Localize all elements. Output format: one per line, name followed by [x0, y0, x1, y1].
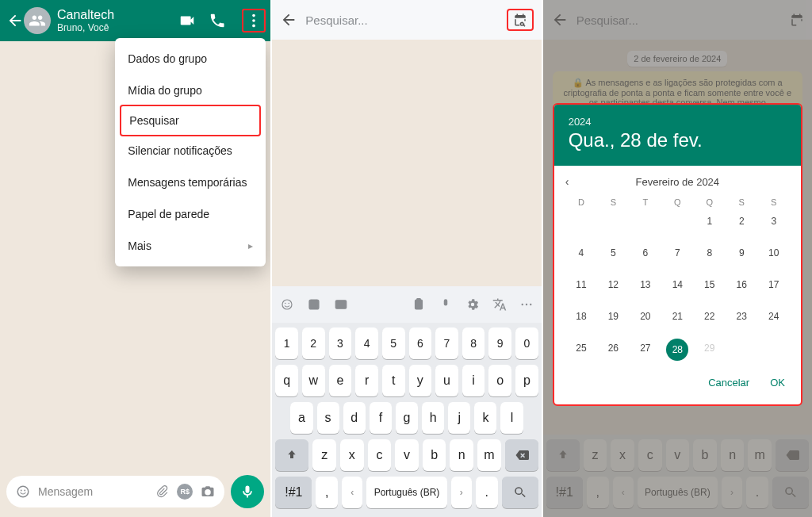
mic-button[interactable]: [231, 475, 264, 508]
key-4[interactable]: 4: [355, 327, 378, 359]
day-22[interactable]: 22: [694, 307, 726, 326]
key-q[interactable]: q: [275, 365, 298, 396]
key-n[interactable]: n: [450, 439, 473, 471]
key-search[interactable]: [502, 477, 538, 508]
more-icon[interactable]: [245, 12, 262, 29]
day-12[interactable]: 12: [597, 275, 629, 294]
sticker-icon[interactable]: [307, 297, 321, 312]
key-1[interactable]: 1: [275, 327, 298, 359]
key-f[interactable]: f: [370, 402, 392, 434]
day-15[interactable]: 15: [694, 275, 726, 294]
day-27[interactable]: 27: [630, 339, 661, 358]
key-j[interactable]: j: [448, 402, 470, 434]
emoji-icon[interactable]: [280, 297, 294, 312]
message-input[interactable]: Mensagem R$: [6, 476, 224, 507]
key-comma[interactable]: ,: [316, 477, 338, 508]
key-d[interactable]: d: [343, 402, 366, 434]
attach-icon[interactable]: [155, 484, 169, 499]
key-s[interactable]: s: [317, 402, 339, 434]
key-o[interactable]: o: [488, 365, 511, 396]
menu-pesquisar[interactable]: Pesquisar: [120, 105, 261, 136]
menu-midia-do-grupo[interactable]: Mídia do grupo: [115, 75, 266, 106]
menu-silenciar[interactable]: Silenciar notificações: [115, 135, 266, 167]
key-l[interactable]: l: [500, 402, 523, 434]
day-7[interactable]: 7: [661, 243, 693, 262]
calendar-search-icon[interactable]: [513, 13, 527, 27]
key-space[interactable]: Português (BR): [366, 477, 446, 508]
key-2[interactable]: 2: [302, 327, 325, 359]
day-16[interactable]: 16: [726, 275, 757, 294]
key-g[interactable]: g: [396, 402, 418, 434]
key-t[interactable]: t: [382, 365, 405, 396]
video-call-icon[interactable]: [178, 12, 196, 29]
day-10[interactable]: 10: [758, 243, 790, 262]
key-v[interactable]: v: [395, 439, 419, 471]
dp-year[interactable]: 2024: [569, 116, 787, 128]
key-x[interactable]: x: [340, 439, 364, 471]
day-13[interactable]: 13: [630, 275, 661, 294]
group-avatar[interactable]: [24, 7, 51, 34]
settings-icon[interactable]: [465, 297, 480, 312]
dp-ok-button[interactable]: OK: [770, 377, 785, 389]
menu-dados-do-grupo[interactable]: Dados do grupo: [115, 43, 266, 75]
key-u[interactable]: u: [435, 365, 458, 396]
emoji-icon[interactable]: [16, 484, 30, 499]
key-r[interactable]: r: [355, 365, 378, 396]
payment-icon[interactable]: R$: [177, 484, 193, 500]
menu-temporarias[interactable]: Mensagens temporárias: [115, 167, 266, 198]
key-p[interactable]: p: [515, 365, 538, 396]
day-17[interactable]: 17: [758, 275, 790, 294]
day-11[interactable]: 11: [565, 275, 597, 294]
key-3[interactable]: 3: [329, 327, 352, 359]
day-9[interactable]: 9: [726, 243, 757, 262]
key-shift[interactable]: [275, 439, 308, 471]
voice-input-icon[interactable]: [439, 297, 453, 312]
key-0[interactable]: 0: [515, 327, 538, 359]
day-21[interactable]: 21: [661, 307, 693, 326]
dp-cancel-button[interactable]: Cancelar: [708, 377, 749, 389]
day-5[interactable]: 5: [597, 243, 629, 262]
clipboard-icon[interactable]: [412, 297, 426, 312]
day-8[interactable]: 8: [694, 243, 726, 262]
key-i[interactable]: i: [462, 365, 485, 396]
day-6[interactable]: 6: [630, 243, 661, 262]
back-icon[interactable]: [280, 11, 297, 29]
key-9[interactable]: 9: [488, 327, 511, 359]
key-h[interactable]: h: [422, 402, 444, 434]
key-dot[interactable]: .: [476, 477, 498, 508]
day-23[interactable]: 23: [726, 307, 757, 326]
day-20[interactable]: 20: [630, 307, 661, 326]
keyboard[interactable]: 1234567890 qwertyuiop asdfghjkl zxcvbnm …: [272, 323, 541, 517]
key-w[interactable]: w: [302, 365, 325, 396]
day-2[interactable]: 2: [726, 212, 757, 231]
gif-icon[interactable]: [334, 297, 348, 312]
prev-month-icon[interactable]: ‹: [565, 175, 569, 188]
key-7[interactable]: 7: [435, 327, 458, 359]
menu-mais[interactable]: Mais▸: [115, 230, 266, 262]
day-18[interactable]: 18: [565, 307, 597, 326]
key-lang-prev[interactable]: ‹: [342, 477, 362, 508]
key-backspace[interactable]: [505, 439, 538, 471]
day-28[interactable]: 28: [666, 339, 688, 361]
key-z[interactable]: z: [312, 439, 336, 471]
key-5[interactable]: 5: [382, 327, 405, 359]
key-b[interactable]: b: [423, 439, 446, 471]
day-25[interactable]: 25: [565, 339, 597, 358]
search-input[interactable]: Pesquisar...: [305, 13, 501, 27]
day-19[interactable]: 19: [597, 307, 629, 326]
day-4[interactable]: 4: [565, 243, 597, 262]
day-3[interactable]: 3: [758, 212, 790, 231]
chat-title-block[interactable]: Canaltech Bruno, Você: [57, 8, 114, 33]
key-e[interactable]: e: [329, 365, 352, 396]
key-symbols[interactable]: !#1: [275, 477, 312, 508]
key-m[interactable]: m: [477, 439, 501, 471]
day-24[interactable]: 24: [758, 307, 790, 326]
menu-papel-de-parede[interactable]: Papel de parede: [115, 198, 266, 230]
key-y[interactable]: y: [409, 365, 432, 396]
back-icon[interactable]: [6, 12, 24, 29]
translate-icon[interactable]: [492, 297, 507, 312]
day-26[interactable]: 26: [597, 339, 629, 358]
kb-more-icon[interactable]: [519, 297, 534, 312]
day-14[interactable]: 14: [661, 275, 693, 294]
day-1[interactable]: 1: [694, 212, 726, 231]
